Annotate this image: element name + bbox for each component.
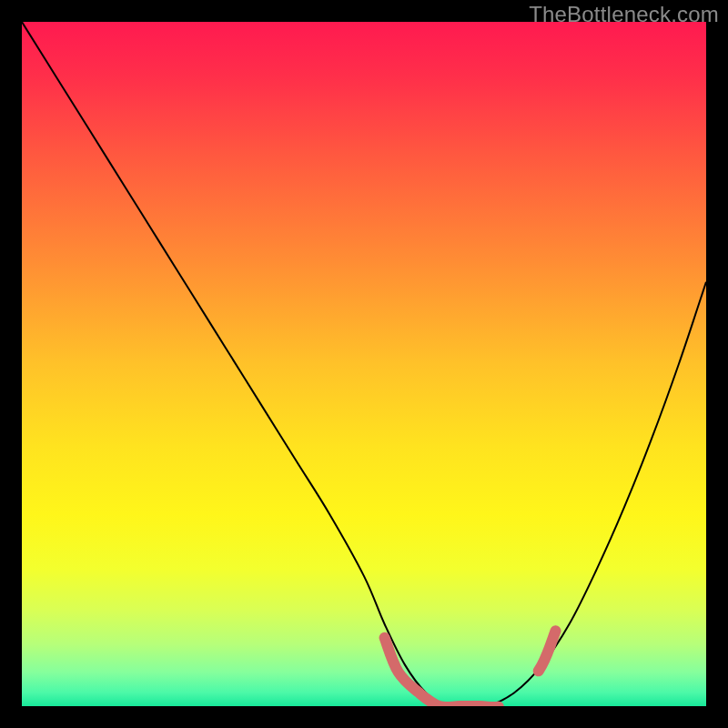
watermark-text: TheBottleneck.com [529, 2, 719, 27]
accent-band [385, 631, 556, 706]
chart-frame: TheBottleneck.com [0, 0, 728, 728]
bottleneck-curve [22, 22, 706, 706]
chart-curves [22, 22, 706, 706]
plot-area [22, 22, 706, 706]
